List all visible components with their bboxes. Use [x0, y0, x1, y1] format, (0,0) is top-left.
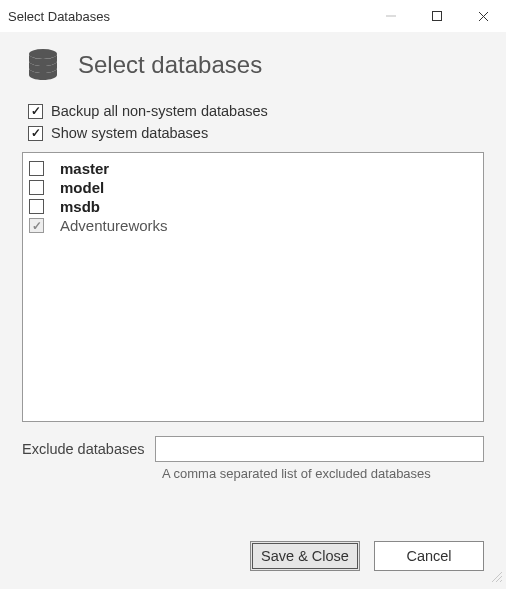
database-name: master — [60, 160, 109, 177]
show-system-checkbox[interactable] — [28, 126, 43, 141]
backup-all-label: Backup all non-system databases — [51, 103, 268, 119]
resize-grip-icon[interactable] — [490, 569, 502, 585]
dialog-body: Select databases Backup all non-system d… — [0, 32, 506, 589]
database-name: model — [60, 179, 104, 196]
exclude-row: Exclude databases — [22, 436, 484, 462]
database-checkbox[interactable] — [29, 180, 44, 195]
database-row: model — [29, 178, 477, 197]
button-bar: Save & Close Cancel — [22, 519, 484, 571]
titlebar: Select Databases — [0, 0, 506, 32]
database-row: Adventureworks — [29, 216, 477, 235]
database-name: Adventureworks — [60, 217, 168, 234]
database-row: msdb — [29, 197, 477, 216]
close-icon — [478, 11, 489, 22]
database-checkbox — [29, 218, 44, 233]
show-system-label: Show system databases — [51, 125, 208, 141]
option-backup-all: Backup all non-system databases — [28, 103, 484, 119]
database-checkbox[interactable] — [29, 161, 44, 176]
database-name: msdb — [60, 198, 100, 215]
close-button[interactable] — [460, 0, 506, 32]
dialog-title: Select databases — [78, 51, 262, 79]
exclude-input[interactable] — [155, 436, 484, 462]
backup-all-checkbox[interactable] — [28, 104, 43, 119]
minimize-button[interactable] — [368, 0, 414, 32]
dialog-header: Select databases — [22, 44, 484, 86]
svg-rect-1 — [433, 12, 442, 21]
database-stack-icon — [22, 44, 64, 86]
window-title: Select Databases — [8, 9, 110, 24]
cancel-button[interactable]: Cancel — [374, 541, 484, 571]
exclude-hint: A comma separated list of excluded datab… — [162, 466, 484, 481]
svg-line-7 — [500, 580, 502, 582]
exclude-label: Exclude databases — [22, 441, 145, 457]
maximize-button[interactable] — [414, 0, 460, 32]
minimize-icon — [386, 11, 396, 21]
database-row: master — [29, 159, 477, 178]
window-controls — [368, 0, 506, 32]
database-checkbox[interactable] — [29, 199, 44, 214]
save-close-button[interactable]: Save & Close — [250, 541, 360, 571]
option-show-system: Show system databases — [28, 125, 484, 141]
maximize-icon — [432, 11, 442, 21]
svg-point-4 — [29, 49, 57, 59]
database-list[interactable]: mastermodelmsdbAdventureworks — [22, 152, 484, 422]
